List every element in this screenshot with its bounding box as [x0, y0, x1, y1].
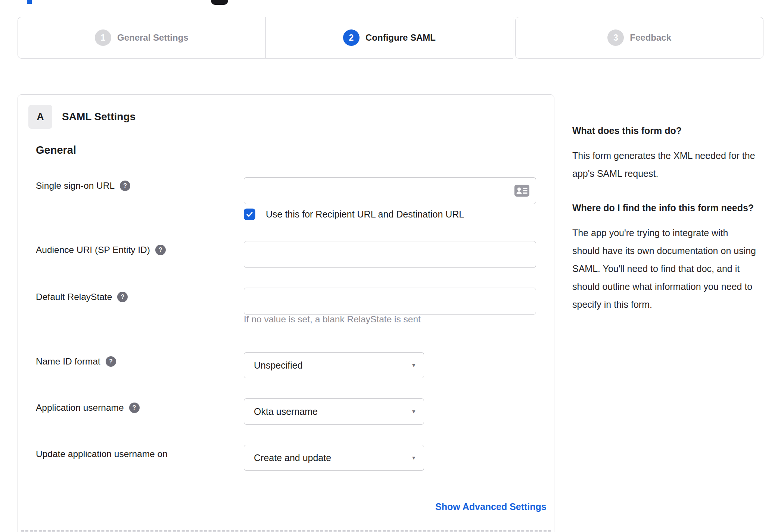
contact-card-icon [514, 185, 529, 197]
update-app-username-label: Update application username on [36, 449, 168, 459]
nameid-format-select[interactable]: Unspecified ▼ [244, 352, 424, 378]
help-icon[interactable]: ? [106, 356, 116, 367]
chevron-down-icon: ▼ [411, 409, 416, 414]
help-icon[interactable]: ? [155, 245, 166, 255]
wizard-stepper: 1 General Settings 2 Configure SAML 3 Fe… [18, 17, 763, 59]
checkmark-icon [246, 210, 253, 218]
recipient-url-checkbox-label: Use this for Recipient URL and Destinati… [266, 209, 464, 220]
relaystate-input[interactable] [244, 288, 536, 314]
step-number-badge: 2 [343, 29, 360, 46]
audience-uri-label: Audience URI (SP Entity ID) ? [36, 245, 166, 255]
chevron-down-icon: ▼ [411, 455, 416, 461]
panel-title: SAML Settings [62, 105, 136, 129]
help-icon[interactable]: ? [129, 403, 140, 413]
clipped-title-fragment [211, 0, 228, 5]
saml-settings-panel: A SAML Settings General Single sign-on U… [18, 94, 554, 532]
help-answer-2: The app you're trying to integrate with … [572, 224, 758, 313]
step-label: General Settings [117, 32, 189, 43]
help-answer-1: This form generates the XML needed for t… [572, 147, 758, 182]
sso-url-input[interactable] [244, 177, 536, 204]
nameid-format-label: Name ID format ? [36, 356, 116, 367]
configure-saml-screen: 1 General Settings 2 Configure SAML 3 Fe… [0, 0, 781, 532]
update-app-username-select[interactable]: Create and update ▼ [244, 445, 424, 471]
sso-url-label: Single sign-on URL ? [36, 181, 130, 191]
recipient-url-checkbox-row: Use this for Recipient URL and Destinati… [244, 209, 464, 220]
step-feedback[interactable]: 3 Feedback [515, 17, 763, 59]
step-general-settings[interactable]: 1 General Settings [18, 17, 265, 59]
help-icon[interactable]: ? [120, 181, 130, 191]
help-icon[interactable]: ? [117, 292, 128, 302]
app-username-select[interactable]: Okta username ▼ [244, 398, 424, 425]
help-question-2: Where do I find the info this form needs… [572, 199, 758, 217]
step-configure-saml[interactable]: 2 Configure SAML [265, 17, 514, 59]
general-section-title: General [36, 144, 76, 156]
step-number-badge: 1 [95, 29, 111, 46]
show-advanced-settings-link[interactable]: Show Advanced Settings [435, 501, 547, 512]
recipient-url-checkbox[interactable] [244, 209, 255, 220]
relaystate-hint: If no value is set, a blank RelayState i… [244, 314, 421, 325]
help-sidebar: What does this form do? This form genera… [572, 122, 758, 313]
clipped-link-fragment [27, 0, 32, 4]
audience-uri-input[interactable] [244, 241, 536, 268]
chevron-down-icon: ▼ [411, 362, 416, 368]
app-username-label: Application username ? [36, 403, 140, 413]
step-number-badge: 3 [607, 29, 624, 46]
section-dashed-divider [21, 530, 551, 532]
relaystate-label: Default RelayState ? [36, 292, 128, 302]
step-label: Feedback [630, 32, 671, 43]
step-label: Configure SAML [365, 32, 436, 43]
help-question-1: What does this form do? [572, 122, 758, 140]
section-a-badge: A [28, 105, 52, 129]
